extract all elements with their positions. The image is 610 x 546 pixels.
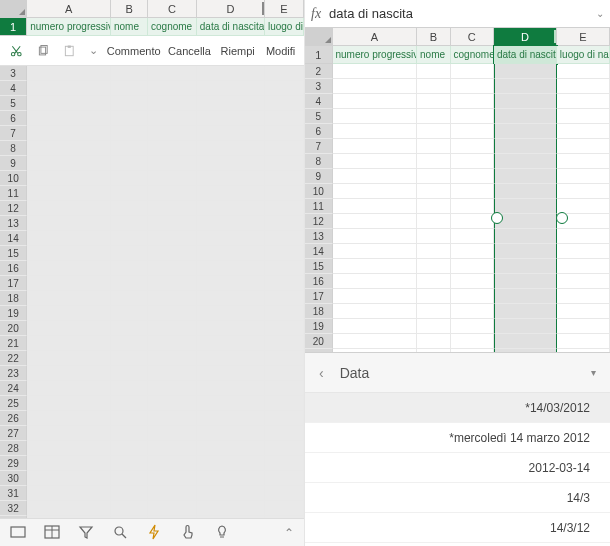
rowhdr[interactable]: 22 [0,351,27,366]
cell[interactable] [27,486,111,501]
cell[interactable] [494,199,557,214]
grid-row[interactable]: 31 [0,486,304,501]
cell[interactable] [197,246,265,261]
cell[interactable] [27,171,111,186]
rowhdr[interactable]: 11 [305,199,333,214]
cell[interactable] [494,229,557,244]
grid-row[interactable]: 9 [0,156,304,171]
rowhdr[interactable]: 10 [0,171,27,186]
cell[interactable] [148,141,197,156]
cell[interactable] [111,96,148,111]
cell[interactable] [148,291,197,306]
cell[interactable] [494,64,557,79]
colhdr-D[interactable]: D [494,28,557,45]
header-cell[interactable]: nome [417,46,451,64]
cell[interactable] [451,304,494,319]
rowhdr[interactable]: 28 [0,441,27,456]
filter-icon[interactable] [78,524,94,542]
cell[interactable] [333,124,418,139]
cell[interactable] [148,366,197,381]
cell[interactable] [417,274,450,289]
cell[interactable] [451,169,494,184]
rowhdr[interactable]: 26 [0,411,27,426]
cell[interactable] [557,139,610,154]
cell[interactable] [148,336,197,351]
cell[interactable] [197,351,265,366]
rowhdr[interactable]: 3 [0,66,27,81]
cell[interactable] [557,244,610,259]
header-cell[interactable]: data di nascita [494,46,557,64]
rowhdr[interactable]: 18 [305,304,333,319]
cell[interactable] [148,261,197,276]
cell[interactable] [557,274,610,289]
cell[interactable] [197,171,265,186]
rowhdr[interactable]: 5 [305,109,333,124]
cell[interactable] [111,216,148,231]
grid-row[interactable]: 9 [305,169,610,184]
grid-row[interactable]: 28 [0,441,304,456]
grid-row[interactable]: 7 [0,126,304,141]
rowhdr[interactable]: 8 [0,141,27,156]
cell[interactable] [451,64,494,79]
cell[interactable] [557,154,610,169]
grid-row[interactable]: 17 [305,289,610,304]
grid-row[interactable]: 14 [305,244,610,259]
rowhdr[interactable]: 17 [0,276,27,291]
cell[interactable] [494,154,557,169]
cell[interactable] [265,66,304,81]
cell[interactable] [111,276,148,291]
cell[interactable] [265,111,304,126]
paste-dropdown[interactable]: ⌄ [84,39,103,63]
grid-row[interactable]: 10 [305,184,610,199]
cell[interactable] [197,426,265,441]
rowhdr-1[interactable]: 1 [0,18,27,36]
grid-row[interactable]: 21 [0,336,304,351]
cell[interactable] [197,396,265,411]
cell[interactable] [111,441,148,456]
grid-row[interactable]: 5 [305,109,610,124]
grid-row[interactable]: 8 [0,141,304,156]
cell[interactable] [333,154,418,169]
rowhdr[interactable]: 14 [0,231,27,246]
clear-button[interactable]: Cancella [165,39,215,63]
cell[interactable] [148,111,197,126]
grid-row[interactable]: 27 [0,426,304,441]
rowhdr[interactable]: 30 [0,471,27,486]
cell[interactable] [557,169,610,184]
rowhdr[interactable]: 6 [0,111,27,126]
cell[interactable] [451,334,494,349]
cell[interactable] [27,156,111,171]
grid-row[interactable]: 4 [305,94,610,109]
rowhdr[interactable]: 13 [0,216,27,231]
cell[interactable] [197,141,265,156]
cell[interactable] [197,486,265,501]
header-cell[interactable]: cognome [451,46,494,64]
cell[interactable] [111,471,148,486]
grid-row[interactable]: 32 [0,501,304,516]
cell[interactable] [27,66,111,81]
rowhdr[interactable]: 4 [0,81,27,96]
rowhdr[interactable]: 23 [0,366,27,381]
cell[interactable] [197,81,265,96]
date-format-option[interactable]: 2012-03-14 [305,453,610,483]
cell[interactable] [417,94,450,109]
sheet-icon[interactable] [10,524,26,542]
fx-expand-icon[interactable]: ⌄ [596,8,604,19]
cell[interactable] [27,111,111,126]
cell[interactable] [333,274,418,289]
cell[interactable] [27,471,111,486]
fx-icon[interactable]: fx [311,6,321,22]
cell[interactable] [148,66,197,81]
fill-button[interactable]: Riempi [216,39,259,63]
touch-icon[interactable] [180,524,196,542]
rowhdr-1[interactable]: 1 [305,46,333,64]
grid-row[interactable]: 16 [305,274,610,289]
cell[interactable] [265,186,304,201]
cell[interactable] [111,201,148,216]
header-cell[interactable]: numero progressivo [333,46,418,64]
cell[interactable] [27,246,111,261]
cell[interactable] [494,289,557,304]
cell[interactable] [197,201,265,216]
cell[interactable] [197,321,265,336]
cell[interactable] [148,186,197,201]
